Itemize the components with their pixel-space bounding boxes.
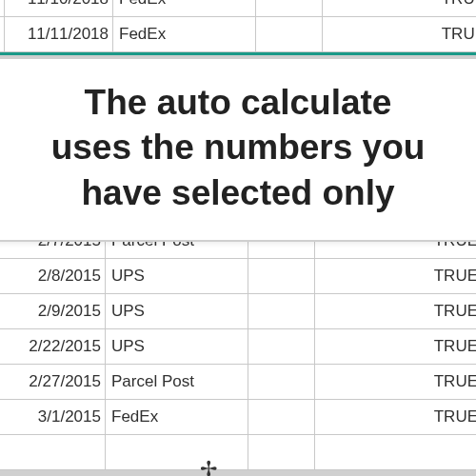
cell-blank[interactable] <box>248 294 315 329</box>
table-row[interactable] <box>0 435 476 470</box>
cell-carrier[interactable]: FedEx <box>113 17 256 52</box>
cell-carrier[interactable]: UPS <box>106 329 248 365</box>
cell-carrier[interactable]: Parcel Post <box>106 365 248 400</box>
table-row[interactable]: 0153/1/2015FedExTRUE <box>0 400 476 435</box>
table-row[interactable]: 0152/9/2015UPSTRUE <box>0 294 476 329</box>
cell-date[interactable]: 2/22/2015 <box>0 329 106 365</box>
cell-carrier[interactable]: FedEx <box>106 400 248 435</box>
cell-flag[interactable]: TRUE <box>315 294 477 329</box>
cell-date[interactable]: 2/9/2015 <box>0 294 106 329</box>
spreadsheet-top: 01811/10/2018FedExTRUE01811/11/2018FedEx… <box>0 0 476 55</box>
cell-carrier[interactable]: FedEx <box>113 0 256 17</box>
cell-flag[interactable]: TRUE <box>315 329 477 365</box>
callout-line: The auto calculate <box>0 80 476 125</box>
cell-carrier[interactable]: UPS <box>106 294 248 329</box>
cell-blank[interactable] <box>248 435 315 470</box>
cell-date[interactable]: 2/27/2015 <box>0 365 106 400</box>
cell-flag[interactable]: TRUE <box>315 259 477 294</box>
grid-top[interactable]: 01811/10/2018FedExTRUE01811/11/2018FedEx… <box>0 0 476 52</box>
cell-date[interactable] <box>0 435 106 470</box>
cell-flag[interactable]: TRUE <box>323 17 477 52</box>
cell-flag[interactable]: TRUE <box>315 365 477 400</box>
cell-blank[interactable] <box>248 400 315 435</box>
table-row[interactable]: 0152/8/2015UPSTRUE <box>0 259 476 294</box>
cell-date[interactable]: 2/8/2015 <box>0 259 106 294</box>
grid-bottom[interactable]: 0152/7/2015Parcel PostTRUE0152/8/2015UPS… <box>0 223 476 470</box>
cell-carrier[interactable]: UPS <box>106 259 248 294</box>
cell-carrier[interactable] <box>106 435 248 470</box>
cell-flag[interactable]: TRUE <box>323 0 477 17</box>
table-row[interactable]: 01811/10/2018FedExTRUE <box>0 0 476 17</box>
callout-line: have selected only <box>0 170 476 215</box>
table-row[interactable]: 01811/11/2018FedExTRUE <box>0 17 476 52</box>
spreadsheet-bottom: 0152/7/2015Parcel PostTRUE0152/8/2015UPS… <box>0 221 476 470</box>
callout-box: The auto calculate uses the numbers you … <box>0 57 476 242</box>
cell-blank[interactable] <box>256 0 323 17</box>
cell-date[interactable]: 11/10/2018 <box>5 0 113 17</box>
table-row[interactable]: 0152/27/2015Parcel PostTRUE <box>0 365 476 400</box>
cell-blank[interactable] <box>248 259 315 294</box>
cell-blank[interactable] <box>256 17 323 52</box>
cell-flag[interactable] <box>315 435 477 470</box>
cell-date[interactable]: 11/11/2018 <box>5 17 113 52</box>
cell-flag[interactable]: TRUE <box>315 400 477 435</box>
cell-blank[interactable] <box>248 365 315 400</box>
table-row[interactable]: 0152/22/2015UPSTRUE <box>0 329 476 365</box>
cell-blank[interactable] <box>248 329 315 365</box>
callout-line: uses the numbers you <box>0 125 476 169</box>
cell-date[interactable]: 3/1/2015 <box>0 400 106 435</box>
